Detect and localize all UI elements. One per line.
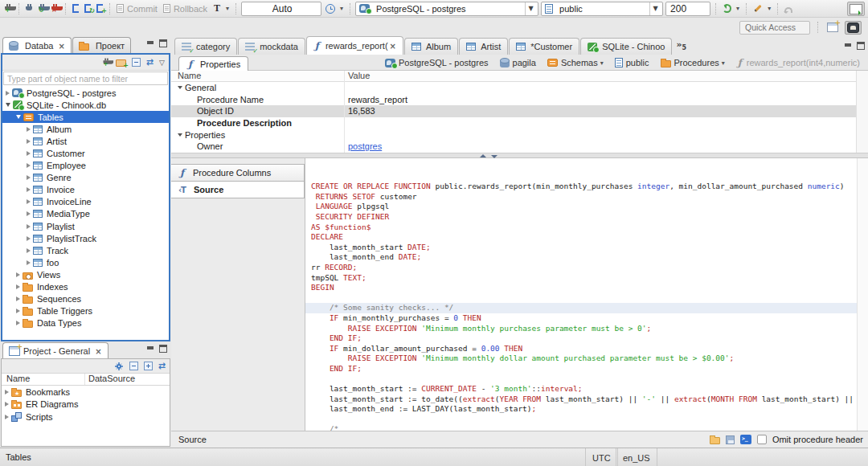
source-code-viewer[interactable]: CREATE OR REPLACE FUNCTION public.reward… [305,158,868,431]
tree-item-customer[interactable]: Customer [2,147,169,159]
tab-overflow-indicator[interactable]: »5 [676,39,686,51]
chevron-down-icon[interactable] [178,86,182,89]
new-sql-editor-button[interactable] [71,3,80,14]
refresh-button[interactable] [721,3,741,14]
chevron-right-icon[interactable] [5,390,9,394]
chevron-right-icon[interactable] [27,163,31,168]
edit-button[interactable] [751,3,772,14]
subpanel-button-procedure-columns[interactable]: Procedure Columns [171,164,305,182]
breadcrumb-schemas[interactable]: Schemas▾ [547,58,604,67]
minimize-icon[interactable] [146,39,154,47]
reconnect-button[interactable] [37,3,47,14]
chevron-down-icon[interactable] [16,115,21,119]
chevron-right-icon[interactable] [5,402,9,407]
view-menu-icon[interactable] [159,59,165,67]
chevron-right-icon[interactable] [16,309,20,313]
omit-procedure-header-checkbox[interactable] [757,435,767,444]
tree-item-album[interactable]: Album [2,123,169,135]
tree-item-postgresql-postgres[interactable]: PostgreSQL - postgres [2,87,169,99]
open-perspective-button[interactable] [847,2,865,16]
chevron-right-icon[interactable] [27,224,31,229]
tab-databa[interactable]: Databa [2,37,72,53]
project-item-bookmarks[interactable]: Bookmarks [2,386,170,399]
chevron-down-icon[interactable] [178,133,182,137]
chevron-right-icon[interactable] [27,199,31,204]
chevron-right-icon[interactable] [27,187,31,192]
active-connection-combo[interactable]: PostgreSQL - postgres ▼ [355,2,538,16]
property-value[interactable]: postgres [344,141,382,151]
breadcrumb-procedures[interactable]: Procedures▾ [661,58,725,67]
save-file-icon[interactable] [726,435,735,444]
link-with-editor-icon[interactable] [146,57,154,67]
editor-tab-album[interactable]: Album [404,38,458,55]
chevron-down-icon[interactable]: ▼ [649,2,661,15]
subpanel-button-source[interactable]: Source [171,181,305,198]
new-connection-button[interactable] [3,3,14,14]
chevron-right-icon[interactable] [27,139,31,144]
tree-item-track[interactable]: Track [2,244,169,256]
property-row-procedure-description[interactable]: Procedure Description [171,117,868,129]
collapse-all-icon[interactable] [129,362,138,370]
sash-up-icon[interactable] [480,154,486,157]
tree-item-views[interactable]: Views [2,268,169,280]
breadcrumb-rewards-report-int4-numeric[interactable]: rewards_report(int4,numeric) [736,58,860,67]
column-name[interactable]: Name [2,374,85,385]
chevron-right-icon[interactable] [16,284,20,289]
column-value[interactable]: Value [344,71,370,81]
open-perspective-table-button[interactable] [825,22,840,33]
quick-access-input[interactable] [739,21,810,35]
chevron-down-icon[interactable]: ▾ [600,59,604,67]
property-row-properties[interactable]: Properties [171,129,868,141]
gear-icon[interactable] [115,362,124,371]
tree-item-sequences[interactable]: Sequences [2,293,169,305]
commit-mode-combo[interactable]: Auto [241,2,321,16]
tree-item-tables[interactable]: Tables [2,111,169,123]
undo-button[interactable] [783,4,794,14]
tree-item-data-types[interactable]: Data Types [2,317,169,329]
tab-проект[interactable]: Проект [72,37,131,53]
object-filter-input[interactable] [3,72,168,85]
tree-item-table-triggers[interactable]: Table Triggers [2,305,169,317]
tree-item-sqlite-chinook-db[interactable]: SQLite - Chinook.db [2,99,169,111]
transaction-history-button[interactable] [324,3,345,14]
breadcrumb-pagila[interactable]: pagila [500,58,536,67]
project-item-scripts[interactable]: Scripts [2,411,170,423]
tree-item-mediatype[interactable]: MediaType [2,208,169,220]
chevron-right-icon[interactable] [27,248,31,253]
tree-item-indexes[interactable]: Indexes [2,281,169,293]
chevron-right-icon[interactable] [27,151,31,156]
open-file-icon[interactable] [710,437,720,444]
chevron-down-icon[interactable]: ▼ [525,2,536,15]
chevron-right-icon[interactable] [16,321,20,325]
tree-item-playlist[interactable]: Playlist [2,220,169,232]
connect-button[interactable] [24,3,35,14]
new-sql-script-button[interactable] [95,3,104,14]
editor-tab-customer[interactable]: *Customer [509,38,579,55]
maximize-icon[interactable] [857,42,865,50]
maximize-icon[interactable] [159,39,167,47]
minimize-icon[interactable] [844,42,852,50]
chevron-down-icon[interactable] [6,103,10,107]
chevron-right-icon[interactable] [16,296,20,301]
open-sql-script-button[interactable] [83,3,92,14]
editor-tab-artist[interactable]: Artist [459,38,508,55]
timezone-indicator[interactable]: UTC [585,448,618,466]
link-with-editor-icon[interactable] [158,361,166,371]
transaction-log-button[interactable] [211,2,231,15]
editor-tab-rewards-report[interactable]: rewards_report( [306,36,403,55]
console-icon[interactable] [740,435,751,444]
chevron-right-icon[interactable] [6,91,10,96]
tree-item-employee[interactable]: Employee [2,160,169,172]
chevron-right-icon[interactable] [27,236,31,241]
disconnect-button[interactable] [50,3,60,14]
tree-item-invoiceline[interactable]: InvoiceLine [2,196,169,208]
source-scrollbar[interactable] [857,158,868,431]
tree-item-invoice[interactable]: Invoice [2,184,169,196]
project-item-er-diagrams[interactable]: ER Diagrams [2,399,170,411]
editor-tab-category[interactable]: category [174,38,237,55]
collapse-all-icon[interactable] [132,58,141,67]
close-icon[interactable] [56,41,64,51]
dbeaver-perspective-button[interactable] [845,21,862,35]
chevron-right-icon[interactable] [27,127,31,132]
expand-all-icon[interactable] [144,362,153,370]
